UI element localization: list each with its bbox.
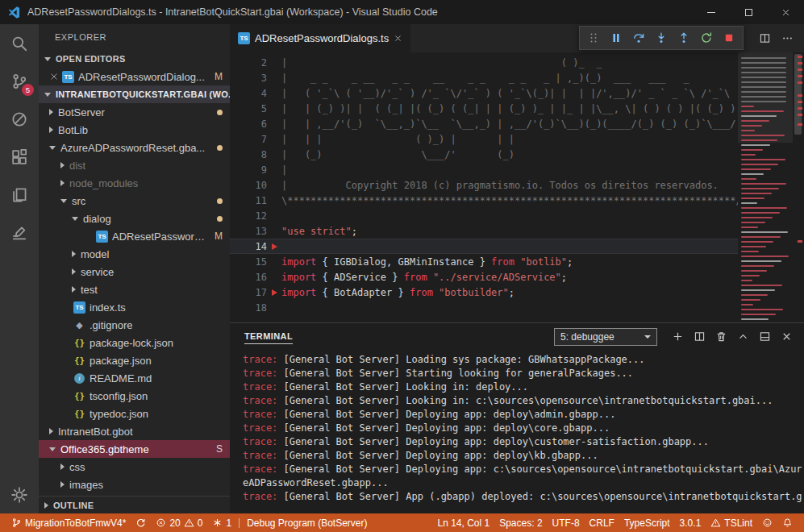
- language-mode-status[interactable]: TypeScript: [619, 513, 675, 532]
- code-line-7[interactable]: 7| | | ( )_) | | | |: [230, 131, 738, 147]
- source-control-icon[interactable]: 5: [0, 62, 39, 100]
- maximize-button[interactable]: [730, 0, 767, 24]
- extensions-icon[interactable]: [0, 138, 39, 176]
- move-panel-button[interactable]: [754, 326, 776, 347]
- code-line-6[interactable]: 6| | ,__/'(_) `\__,_)`\__ `\__,_) | ,__/…: [230, 116, 738, 131]
- code-token: ;: [352, 226, 357, 237]
- log-text: [General Bot Server] Deploying app: depl…: [277, 409, 615, 420]
- step-out-button[interactable]: [673, 27, 695, 48]
- minimap[interactable]: [738, 52, 793, 322]
- minimize-button[interactable]: [693, 0, 730, 24]
- overview-ruler[interactable]: [793, 52, 804, 322]
- code-line-16[interactable]: 16import { ADService } from "../service/…: [230, 269, 738, 285]
- tree-folder-intranetbot-gbot[interactable]: IntranetBot.gbot: [39, 422, 230, 440]
- stop-button[interactable]: [718, 27, 740, 48]
- code-line-12[interactable]: 12: [230, 208, 738, 223]
- new-terminal-button[interactable]: [667, 326, 689, 347]
- drag-handle-icon[interactable]: [582, 27, 605, 48]
- minimap-line: [741, 77, 786, 78]
- open-editors-header[interactable]: OPEN EDITORS: [39, 50, 230, 68]
- feedback-button[interactable]: [757, 513, 777, 532]
- log-text: [General Bot Server] Deploying app: depl…: [277, 422, 610, 434]
- tree-file-readme-md[interactable]: iREADME.md: [39, 369, 230, 387]
- encoding-status[interactable]: UTF-8: [548, 513, 585, 532]
- tree-folder-test[interactable]: test: [39, 281, 230, 298]
- code-line-9[interactable]: 9| |: [230, 162, 738, 177]
- eol-status[interactable]: CRLF: [585, 513, 619, 532]
- tree-folder-node-modules[interactable]: node_modules: [39, 174, 230, 192]
- tree-file-typedoc-json[interactable]: {}typedoc.json: [39, 405, 230, 422]
- debug-program-status[interactable]: Debug Program (BotServer): [242, 513, 372, 532]
- tree-folder-dialog[interactable]: dialog: [39, 210, 230, 227]
- tree-folder-office365-gbtheme[interactable]: Office365.gbthemeS: [39, 440, 230, 458]
- tree-folder-src[interactable]: src: [39, 192, 230, 210]
- debug-icon[interactable]: [0, 100, 39, 138]
- notifications-button[interactable]: [777, 513, 798, 532]
- split-terminal-button[interactable]: [689, 326, 710, 347]
- sync-button[interactable]: [131, 513, 151, 532]
- code-line-8[interactable]: 8| (_) \___/' (_) |: [230, 147, 738, 162]
- code-line-11[interactable]: 11\*************************************…: [230, 193, 738, 208]
- close-panel-button[interactable]: [776, 326, 798, 347]
- cursor-position-status[interactable]: Ln 14, Col 1: [432, 513, 494, 532]
- close-icon[interactable]: [50, 73, 58, 81]
- tslint-status[interactable]: TSLint: [706, 513, 757, 532]
- search-icon[interactable]: [0, 24, 39, 62]
- outline-header[interactable]: OUTLINE: [39, 496, 230, 513]
- terminal-output[interactable]: trace: [General Bot Server] Loading sys …: [230, 350, 804, 513]
- close-window-button[interactable]: [767, 0, 804, 24]
- tree-file-package-json[interactable]: {}package.json: [39, 351, 230, 369]
- code-line-15[interactable]: 15import { IGBDialog, GBMinInstance } fr…: [230, 254, 738, 269]
- tab-adresetpassworddialogs-ts[interactable]: TS ADResetPasswordDialogs.ts: [230, 24, 410, 52]
- code-line-14[interactable]: 14: [230, 239, 738, 254]
- step-over-button[interactable]: [627, 27, 650, 48]
- tree-folder-botlib[interactable]: BotLib: [39, 121, 230, 139]
- terminal-selector-dropdown[interactable]: 5: debuggee: [554, 328, 657, 346]
- split-editor-button[interactable]: [754, 28, 775, 49]
- code-line-2[interactable]: 2| ( )_ _ |: [230, 55, 738, 70]
- error-count: 20: [169, 517, 180, 529]
- tree-folder-dist[interactable]: dist: [39, 156, 230, 174]
- tree-file-tsconfig-json[interactable]: {}tsconfig.json: [39, 387, 230, 405]
- code-line-17[interactable]: 17import { BotAdapter } from "botbuilder…: [230, 285, 738, 300]
- tree-folder-azureadpasswordreset-gba[interactable]: AzureADPasswordReset.gba...: [39, 139, 230, 156]
- tree-folder-images[interactable]: images: [39, 476, 230, 493]
- code-line-13[interactable]: 13"use strict";: [230, 223, 738, 239]
- pause-button[interactable]: [605, 27, 627, 48]
- terminal-tab[interactable]: TERMINAL: [244, 330, 293, 344]
- workspace-header[interactable]: INTRANETBOTQUICKSTART.GBAI (WO...: [39, 85, 230, 103]
- indentation-status[interactable]: Spaces: 2: [494, 513, 547, 532]
- restart-button[interactable]: [695, 27, 718, 48]
- code-line-10[interactable]: 10| Copyright 2018 (c) pragmatismo.io. T…: [230, 177, 738, 193]
- tree-folder-model[interactable]: model: [39, 245, 230, 263]
- tree-file-gitignore[interactable]: ◆.gitignore: [39, 316, 230, 334]
- more-actions-button[interactable]: [777, 28, 798, 49]
- tree-folder-css[interactable]: css: [39, 458, 230, 476]
- code-line-5[interactable]: 5| | (_) )| | ( (_| |( (_) ( (_| | | (_)…: [230, 101, 738, 116]
- maximize-panel-button[interactable]: [732, 326, 754, 347]
- tree-folder-service[interactable]: service: [39, 263, 230, 281]
- tab-close-icon[interactable]: [394, 34, 402, 43]
- tree-file-adresetpassworddial[interactable]: TSADResetPasswordDial...M: [39, 227, 230, 245]
- tree-folder-botserver[interactable]: BotServer: [39, 103, 230, 121]
- code-area[interactable]: 2| ( )_ _ |3| _ _ _ __ _ _ __ _ _ _ _ _ …: [230, 52, 738, 322]
- code-editor[interactable]: 2| ( )_ _ |3| _ _ _ __ _ _ __ _ _ _ _ _ …: [230, 52, 804, 322]
- open-editor-item-adresetpassworddialog[interactable]: TSADResetPasswordDialog...M: [39, 68, 230, 85]
- tree-file-package-lock-json[interactable]: {}package-lock.json: [39, 334, 230, 351]
- edit-icon[interactable]: [0, 214, 39, 251]
- kill-terminal-button[interactable]: [710, 326, 732, 347]
- typescript-version-status[interactable]: 3.0.1: [675, 513, 706, 532]
- tasks-status[interactable]: 1: [207, 513, 236, 532]
- minimap-line: [741, 178, 756, 180]
- code-line-4[interactable]: 4| ( '_`\ ( '__)/'_` ) /'_ `\/'_` ) ( '_…: [230, 85, 738, 101]
- code-line-3[interactable]: 3| _ _ _ __ _ _ __ _ _ _ _ _ | ,_)(_) __…: [230, 70, 738, 85]
- settings-gear-icon[interactable]: [0, 476, 39, 513]
- step-into-button[interactable]: [650, 27, 673, 48]
- tree-file-index-ts[interactable]: TSindex.ts: [39, 298, 230, 316]
- git-branch-status[interactable]: MigrationToBotFmwV4*: [6, 513, 131, 532]
- code-line-18[interactable]: 18: [230, 300, 738, 315]
- code-token: import: [281, 256, 316, 268]
- line-number: 14: [230, 241, 267, 252]
- problems-status[interactable]: 20 0: [151, 513, 207, 532]
- files-icon[interactable]: [0, 176, 39, 214]
